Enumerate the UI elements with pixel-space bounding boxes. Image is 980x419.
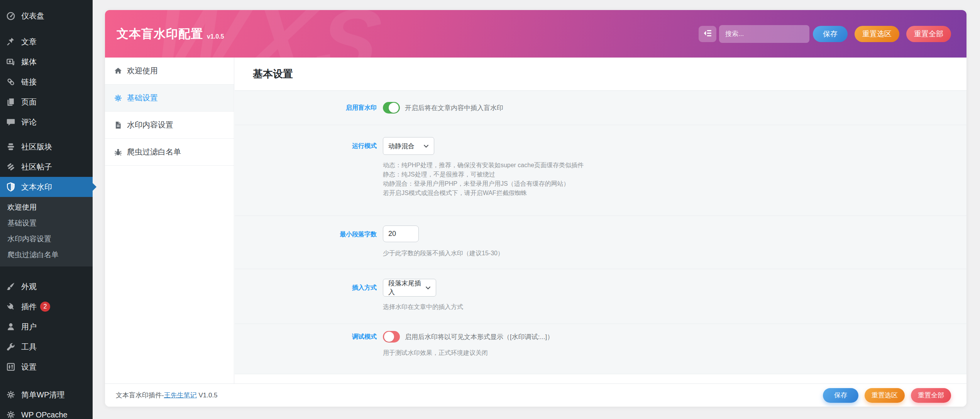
sidebar-item-plugins[interactable]: 插件 2 [0,297,93,317]
plugin-settings-card: WXS 文本盲水印配置 v1.0.5 保存 重置选区 重置全部 欢迎使用 基础设… [105,10,966,407]
sidebar-item-media[interactable]: 媒体 [0,52,93,72]
field-label: 运行模式 [235,137,377,215]
sidebar-item-label: 评论 [21,117,37,127]
page-title: 文本盲水印配置 [117,26,203,42]
sidebar-item-dashboard[interactable]: 仪表盘 [0,6,93,26]
row-run-mode: 运行模式 动静混合 动态：纯PHP处理，推荐，确保没有安装如super cach… [235,125,966,216]
outdent-icon [703,29,712,39]
plugin-header: WXS 文本盲水印配置 v1.0.5 保存 重置选区 重置全部 [105,10,966,58]
dashboard-icon [5,10,17,22]
footer-reset-selection-button[interactable]: 重置选区 [865,388,905,403]
sidebar-item-label: 页面 [21,97,37,107]
sidebar-item-text-watermark[interactable]: 文本水印 [0,177,93,197]
field-label: 调试模式 [235,331,377,374]
nav-item-welcome[interactable]: 欢迎使用 [105,58,234,85]
sidebar-item-label: WP OPcache [21,411,68,419]
forum-posts-icon [5,161,17,173]
sidebar-item-posts[interactable]: 文章 [0,32,93,52]
save-button[interactable]: 保存 [813,26,848,42]
settings-content: 基本设置 启用盲水印 开启后将在文章内容中插入盲水印 运行模式 动静混合 动态：… [235,58,966,383]
field-description: 选择水印在文章中的插入方式 [383,302,463,312]
brush-icon [5,281,17,292]
author-link[interactable]: 王先生笔记 [164,391,197,400]
toggle-knob [384,332,394,342]
sidebar-item-label: 设置 [21,362,37,372]
nav-item-crawler-whitelist[interactable]: 爬虫过滤白名单 [105,139,234,166]
footer-version: V1.0.5 [198,392,217,399]
reset-selection-button[interactable]: 重置选区 [855,26,899,42]
select-value: 动静混合 [388,142,415,151]
description-line: 动态：纯PHP处理，推荐，确保没有安装如super cache页面缓存类似插件 [383,161,584,170]
submenu-item-watermark-content[interactable]: 水印内容设置 [0,231,93,247]
footer-reset-all-button[interactable]: 重置全部 [911,388,951,403]
row-debug-mode: 调试模式 启用后水印将以可见文本形式显示（[水印调试:...]） 用于测试水印效… [235,324,966,374]
sidebar-item-label: 链接 [21,77,37,87]
nav-item-label: 爬虫过滤白名单 [127,147,181,157]
collapse-menu-button[interactable] [699,26,716,42]
sidebar-item-pages[interactable]: 页面 [0,92,93,112]
settings-icon [5,361,17,373]
pushpin-icon [5,36,17,47]
plugin-footer: 文本盲水印插件-王先生笔记 V1.0.5 保存 重置选区 重置全部 [105,383,966,407]
sidebar-item-forum-sections[interactable]: 社区版块 [0,137,93,157]
wrench-icon [5,341,17,353]
comment-icon [5,116,17,128]
user-icon [5,321,17,332]
insert-method-select[interactable]: 段落末尾插入 [383,279,436,297]
reset-all-button[interactable]: 重置全部 [906,26,951,42]
shield-icon [5,181,17,193]
row-insert-method: 插入方式 段落末尾插入 选择水印在文章中的插入方式 [235,269,966,324]
nav-item-watermark-content[interactable]: 水印内容设置 [105,112,234,139]
footer-save-button[interactable]: 保存 [823,388,858,403]
field-description: 少于此字数的段落不插入水印（建议15-30） [383,249,504,258]
footer-plugin-name: 文本盲水印插件- [116,391,164,400]
forum-sections-icon [5,141,17,153]
row-min-paragraph-words: 最小段落字数 少于此字数的段落不插入水印（建议15-30） [235,216,966,269]
sidebar-item-comments[interactable]: 评论 [0,112,93,132]
sidebar-item-simple-wp-clean[interactable]: 简单WP清理 [0,385,93,405]
enable-watermark-toggle[interactable] [383,102,400,114]
select-value: 段落末尾插入 [388,279,423,297]
section-heading: 基本设置 [235,58,966,91]
sidebar-item-appearance[interactable]: 外观 [0,277,93,297]
min-words-input[interactable] [383,226,419,242]
sidebar-item-tools[interactable]: 工具 [0,337,93,357]
sidebar-item-label: 外观 [21,282,37,292]
field-description: 动态：纯PHP处理，推荐，确保没有安装如super cache页面缓存类似插件 … [383,161,584,198]
field-label: 最小段落字数 [235,226,377,269]
nav-item-basic-settings[interactable]: 基础设置 [105,85,234,112]
gear-icon [5,409,17,419]
page-version: v1.0.5 [207,33,224,40]
sidebar-item-label: 用户 [21,322,37,332]
link-icon [5,76,17,88]
field-label: 插入方式 [235,279,377,324]
sidebar-item-links[interactable]: 链接 [0,72,93,92]
sidebar-item-label: 仪表盘 [21,11,44,21]
pages-icon [5,96,17,108]
submenu-item-basic-settings[interactable]: 基础设置 [0,215,93,231]
sidebar-item-wp-opcache[interactable]: WP OPcache [0,405,93,419]
bug-icon [113,148,123,157]
field-helper: 启用后水印将以可见文本形式显示（[水印调试:...]） [405,332,553,341]
sidebar-item-label: 文章 [21,37,37,47]
sidebar-item-settings[interactable]: 设置 [0,357,93,377]
gear-icon [5,389,17,400]
submenu-item-welcome[interactable]: 欢迎使用 [0,199,93,215]
sidebar-item-forum-posts[interactable]: 社区帖子 [0,157,93,177]
field-label: 启用盲水印 [235,104,377,112]
media-icon [5,56,17,68]
description-line: 静态：纯JS处理，不是很推荐，可被绕过 [383,170,584,179]
nav-item-label: 欢迎使用 [127,66,158,76]
sidebar-item-users[interactable]: 用户 [0,317,93,337]
chevron-down-icon [423,144,429,148]
field-description: 用于测试水印效果，正式环境建议关闭 [383,348,553,358]
run-mode-select[interactable]: 动静混合 [383,137,434,155]
submenu-item-crawler-whitelist[interactable]: 爬虫过滤白名单 [0,247,93,263]
search-input[interactable] [719,25,809,43]
document-icon [113,120,123,130]
sidebar-item-label: 社区帖子 [21,162,52,172]
field-helper: 开启后将在文章内容中插入盲水印 [405,103,503,112]
gear-icon [113,93,123,103]
debug-mode-toggle[interactable] [383,331,400,343]
plugin-icon [5,301,17,312]
